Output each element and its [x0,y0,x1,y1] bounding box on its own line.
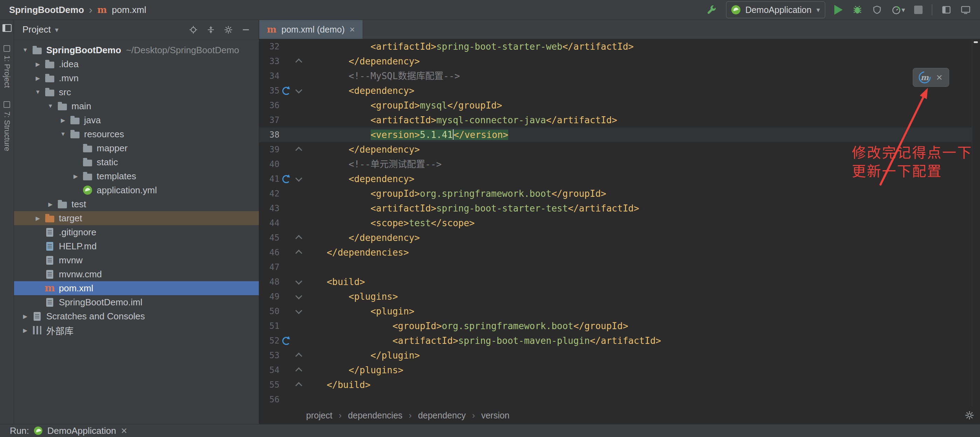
editor-scrollbar[interactable] [972,39,980,407]
fold-marker-down[interactable] [293,310,305,313]
tree-item-target[interactable]: ▶target [14,211,259,225]
tree-collapsed-arrow-icon[interactable]: ▶ [20,313,31,320]
tree-item-src[interactable]: ▼src [14,85,259,99]
run-tab-name[interactable]: DemoApplication [47,426,116,436]
tree-item-pom.xml[interactable]: mpom.xml [14,281,259,295]
code-line-55[interactable]: 55 </build> [259,377,972,392]
stop-button[interactable] [914,6,923,14]
tree-item-.gitignore[interactable]: .gitignore [14,225,259,239]
tree-collapsed-arrow-icon[interactable]: ▶ [32,61,43,68]
code-line-54[interactable]: 54 </plugins> [259,363,972,377]
build-wrench-icon[interactable] [706,4,717,16]
code-line-56[interactable]: 56 [259,392,972,407]
gear-icon[interactable] [964,410,974,422]
tree-item-static[interactable]: static [14,155,259,169]
tree-collapsed-arrow-icon[interactable]: ▶ [45,201,56,208]
fold-marker-up[interactable] [293,352,305,359]
code-line-35[interactable]: 35 <dependency> [259,83,972,98]
code-line-32[interactable]: 32 <artifactId>spring-boot-starter-web</… [259,39,972,54]
tree-item-test[interactable]: ▶test [14,197,259,211]
dismiss-popup-icon[interactable]: × [936,72,942,83]
close-run-tab-icon[interactable]: × [121,426,127,436]
load-maven-changes-popup[interactable]: m × [913,68,949,87]
tree-item-scratches-and-consoles[interactable]: ▶Scratches and Consoles [14,309,259,323]
tree-item-templates[interactable]: ▶templates [14,169,259,183]
collapse-all-icon[interactable] [204,23,218,37]
tree-item-mapper[interactable]: mapper [14,141,259,155]
code-line-50[interactable]: 50 <plugin> [259,304,972,319]
code-line-49[interactable]: 49 <plugins> [259,289,972,304]
tool-stripe-project-button[interactable]: 1: Project [2,45,11,88]
tree-item-mvnw.cmd[interactable]: mvnw.cmd [14,267,259,281]
run-configuration-selector[interactable]: DemoApplication ▾ [726,2,825,18]
breadcrumb-dependencies[interactable]: dependencies [348,410,402,421]
maven-reload-icon[interactable]: m [920,72,930,83]
tool-window-switcher-icon[interactable] [2,24,11,32]
fold-marker-up[interactable] [293,58,305,64]
tree-collapsed-arrow-icon[interactable]: ▶ [20,327,31,334]
breadcrumb-version[interactable]: version [481,410,510,421]
breadcrumb-project[interactable]: SpringBootDemo [9,5,84,16]
tree-item-springbootdemo[interactable]: ▼SpringBootDemo~/Desktop/SpringBootDemo [14,43,259,57]
project-panel-title[interactable]: Project [22,24,51,35]
code-line-33[interactable]: 33 </dependency> [259,54,972,68]
fold-marker-up[interactable] [293,367,305,373]
tree-item-.idea[interactable]: ▶.idea [14,57,259,71]
fold-marker-up[interactable] [293,249,305,256]
fold-marker-down[interactable] [293,177,305,181]
fold-marker-up[interactable] [293,235,305,241]
tree-expanded-arrow-icon[interactable]: ▼ [32,89,43,95]
fold-marker-down[interactable] [293,295,305,298]
tree-item-mvnw[interactable]: mvnw [14,253,259,267]
code-line-38[interactable]: 38 <version>5.1.41</version> [259,127,972,142]
gear-icon[interactable] [222,23,235,37]
tree-item-resources[interactable]: ▼resources [14,127,259,141]
code-line-51[interactable]: 51 <groupId>org.springframework.boot</gr… [259,319,972,333]
coverage-button[interactable] [872,5,882,15]
tree-item-java[interactable]: ▶java [14,113,259,127]
breadcrumb-file[interactable]: pom.xml [112,5,146,16]
editor-tab-pom-xml[interactable]: m pom.xml (demo) × [259,20,363,39]
fold-marker-down[interactable] [293,89,305,92]
debug-button[interactable] [852,4,863,16]
code-line-36[interactable]: 36 <groupId>mysql</groupId> [259,98,972,113]
tree-item-springbootdemo.iml[interactable]: SpringBootDemo.iml [14,295,259,309]
code-line-43[interactable]: 43 <artifactId>spring-boot-starter-test<… [259,201,972,216]
tree-expanded-arrow-icon[interactable]: ▼ [57,131,68,137]
chevron-down-icon[interactable]: ▾ [55,25,59,34]
code-line-44[interactable]: 44 <scope>test</scope> [259,216,972,230]
maven-sync-gutter-icon[interactable] [280,175,293,183]
code-line-48[interactable]: 48 <build> [259,275,972,289]
run-button[interactable] [834,5,843,15]
profiler-button[interactable]: ▾ [891,5,905,15]
breadcrumb-project[interactable]: project [306,410,332,421]
tree-collapsed-arrow-icon[interactable]: ▶ [70,173,81,180]
maven-sync-gutter-icon[interactable] [280,87,293,95]
code-line-34[interactable]: 34 <!--MySQL数据库配置--> [259,68,972,83]
code-line-46[interactable]: 46 </dependencies> [259,245,972,260]
tree-collapsed-arrow-icon[interactable]: ▶ [32,75,43,82]
tree-item-main[interactable]: ▼main [14,99,259,113]
code-line-53[interactable]: 53 </plugin> [259,348,972,363]
close-tab-icon[interactable]: × [350,24,355,35]
code-line-37[interactable]: 37 <artifactId>mysql-connector-java</art… [259,113,972,127]
fold-marker-up[interactable] [293,382,305,388]
tool-windows-layout-icon[interactable] [942,5,951,15]
code-line-42[interactable]: 42 <groupId>org.springframework.boot</gr… [259,186,972,201]
tool-stripe-structure-button[interactable]: 7: Structure [2,101,11,151]
code-line-45[interactable]: 45 </dependency> [259,230,972,245]
tree-item--[interactable]: ▶外部库 [14,323,259,337]
code-line-52[interactable]: 52 <artifactId>spring-boot-maven-plugin<… [259,333,972,348]
maven-sync-gutter-icon[interactable] [280,337,293,345]
tree-expanded-arrow-icon[interactable]: ▼ [20,47,31,53]
screen-share-icon[interactable] [960,5,971,15]
locate-file-icon[interactable] [187,23,200,37]
code-line-47[interactable]: 47 [259,260,972,275]
fold-marker-down[interactable] [293,280,305,284]
tree-item-.mvn[interactable]: ▶.mvn [14,71,259,85]
tree-collapsed-arrow-icon[interactable]: ▶ [32,215,43,222]
tree-expanded-arrow-icon[interactable]: ▼ [45,103,56,109]
tree-item-help.md[interactable]: HELP.md [14,239,259,253]
hide-panel-icon[interactable] [239,23,253,37]
tree-item-application.yml[interactable]: application.yml [14,183,259,197]
